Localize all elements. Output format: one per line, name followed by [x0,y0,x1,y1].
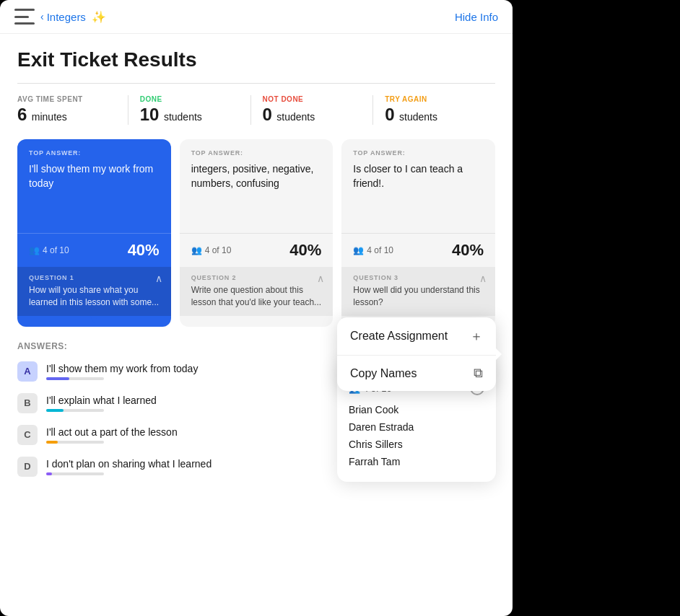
stat-done-value: 10 [140,105,160,124]
copy-names-label: Copy Names [350,367,417,380]
card-3-percent: 40% [452,241,484,260]
card-3-top: TOP ANSWER: Is closer to I can teach a f… [341,139,495,233]
answer-bar-wrap-d [46,472,104,475]
popup-menu: Create Assignment ＋ Copy Names ⧉ [337,317,496,391]
answer-letter-b: B [17,393,38,413]
page-title: Exit Ticket Results [17,48,495,71]
card-2-percent: 40% [289,241,321,260]
question-card-1[interactable]: TOP ANSWER: I'll show them my work from … [17,139,171,327]
student-name-1: Brian Cook [349,401,484,418]
student-name-4: Farrah Tam [349,453,484,470]
sidebar-toggle-button[interactable] [14,9,35,25]
hide-info-button[interactable]: Hide Info [455,11,498,23]
answer-bar-c [46,441,58,444]
stat-try-again: TRY AGAIN 0 students [385,95,495,125]
answer-bar-b [46,409,64,412]
card-2-student-count: 👥 4 of 10 [191,245,232,255]
back-label: Integers [47,11,86,23]
stat-not-done-unit: students [276,111,315,123]
card-1-top-answer-text: I'll show them my work from today [29,162,160,190]
main-panel: ‹ Integers ✨ Hide Info Exit Ticket Resul… [0,0,513,616]
card-3-chevron-icon[interactable]: ∧ [479,273,487,284]
stat-avg-time-label: AVG TIME SPENT [17,95,116,103]
card-2-top-answer-text: integers, positive, negative, numbers, c… [191,162,322,190]
card-1-question-text: How will you share what you learned in t… [29,284,160,309]
student-name-3: Chris Sillers [349,436,484,453]
stat-done-label: DONE [140,95,239,103]
card-1-question-num: QUESTION 1 [29,274,160,281]
cards-row: TOP ANSWER: I'll show them my work from … [17,139,495,327]
card-2-top-answer-label: TOP ANSWER: [191,149,322,157]
card-3-top-answer-label: TOP ANSWER: [353,149,484,157]
people-icon-3: 👥 [353,245,364,255]
stat-not-done-label: NOT DONE [263,95,362,103]
question-card-3[interactable]: TOP ANSWER: Is closer to I can teach a f… [341,139,495,327]
stat-not-done-value: 0 [263,105,272,124]
answer-letter-d: D [17,457,38,477]
card-2-question-text: Write one question about this lesson tha… [191,284,322,309]
card-3-stats: 👥 4 of 10 40% [341,233,495,267]
answer-bar-wrap-a [46,377,104,380]
answer-bar-a [46,377,69,380]
back-button[interactable]: ‹ Integers [40,11,86,23]
card-1-student-count: 👥 4 of 10 [29,245,69,255]
card-2-top: TOP ANSWER: integers, positive, negative… [180,139,334,233]
answer-letter-c: C [17,425,38,445]
stat-done: DONE 10 students [140,95,251,125]
card-3-student-count: 👥 4 of 10 [353,245,393,255]
card-3-question-num: QUESTION 3 [353,274,484,281]
divider-1 [17,83,495,84]
stat-avg-time-unit: minutes [32,111,67,123]
stats-row: AVG TIME SPENT 6 minutes DONE 10 student… [17,95,495,125]
answer-letter-a: A [17,361,38,382]
answer-bar-wrap-c [46,441,104,444]
card-1-top: TOP ANSWER: I'll show them my work from … [17,139,171,233]
card-2-question-num: QUESTION 2 [191,274,322,281]
card-3-bottom: QUESTION 3 How well did you understand t… [341,267,495,316]
back-chevron-icon: ‹ [40,11,44,22]
create-assignment-label: Create Assignment [350,330,448,343]
stat-try-again-value: 0 [385,105,394,124]
stat-avg-time-value: 6 [17,105,27,124]
stat-not-done: NOT DONE 0 students [263,95,374,125]
create-assignment-item[interactable]: Create Assignment ＋ [337,317,496,356]
stat-try-again-unit: students [399,111,437,123]
stat-done-unit: students [164,111,202,123]
top-bar: ‹ Integers ✨ Hide Info [0,0,513,34]
copy-icon: ⧉ [474,366,483,381]
card-3-question-text: How well did you understand this lesson? [353,284,484,309]
plus-icon: ＋ [470,327,483,345]
card-1-bottom: QUESTION 1 How will you share what you l… [17,267,171,316]
card-2-bottom: QUESTION 2 Write one question about this… [180,267,334,316]
student-name-2: Daren Estrada [349,418,484,436]
top-bar-left: ‹ Integers ✨ [14,9,106,25]
question-card-2[interactable]: TOP ANSWER: integers, positive, negative… [180,139,334,327]
answer-bar-wrap-b [46,409,104,412]
card-3-top-answer-text: Is closer to I can teach a friend!. [353,162,484,190]
people-icon-2: 👥 [191,245,202,255]
popup-arrow [496,348,502,360]
sparkle-icon: ✨ [92,10,106,24]
card-1-stats: 👥 4 of 10 40% [17,233,171,267]
card-2-stats: 👥 4 of 10 40% [180,233,334,267]
stat-avg-time: AVG TIME SPENT 6 minutes [17,95,128,125]
answer-bar-d [46,472,52,475]
copy-names-item[interactable]: Copy Names ⧉ [337,356,496,391]
stat-try-again-label: TRY AGAIN [385,95,484,103]
card-1-top-answer-label: TOP ANSWER: [29,149,160,157]
card-2-chevron-icon[interactable]: ∧ [317,273,324,284]
card-1-chevron-icon[interactable]: ∧ [155,273,162,284]
people-icon-1: 👥 [29,245,40,255]
card-1-percent: 40% [128,241,160,260]
